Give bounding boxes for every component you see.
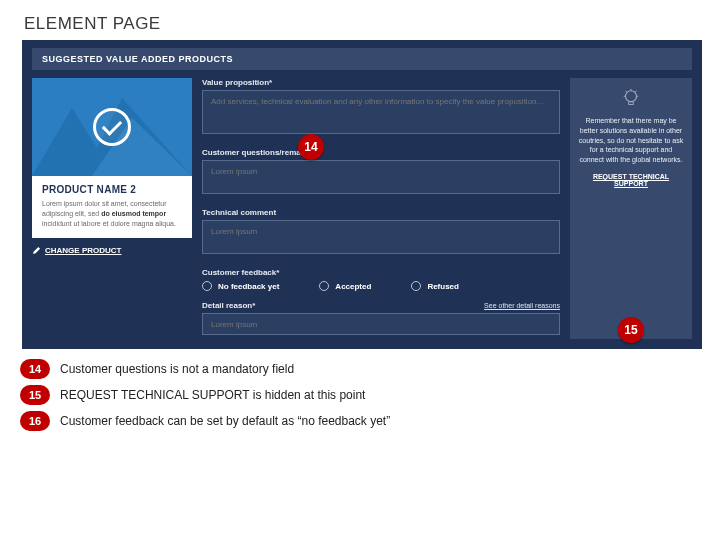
technical-comment-label: Technical comment — [202, 208, 560, 217]
radio-icon — [319, 281, 329, 291]
detail-reason-label: Detail reason* — [202, 301, 255, 310]
note-text: Customer questions is not a mandatory fi… — [60, 362, 294, 376]
customer-questions-label: Customer questions/remarks* — [202, 148, 560, 157]
app-panel: SUGGESTED VALUE ADDED PRODUCTS PRODUCT N… — [22, 40, 702, 349]
note-text: Customer feedback can be set by default … — [60, 414, 390, 428]
pencil-icon — [32, 246, 41, 255]
callout-15: 15 — [618, 317, 644, 343]
radio-icon — [411, 281, 421, 291]
note-row: 14 Customer questions is not a mandatory… — [20, 359, 720, 379]
note-row: 16 Customer feedback can be set by defau… — [20, 411, 720, 431]
lightbulb-icon — [620, 88, 642, 110]
detail-reason-input[interactable] — [202, 313, 560, 335]
customer-questions-input[interactable] — [202, 160, 560, 194]
change-product-link[interactable]: CHANGE PRODUCT — [32, 246, 192, 255]
page-title: ELEMENT PAGE — [0, 0, 720, 40]
product-name: PRODUCT NAME 2 — [42, 184, 182, 195]
product-image — [32, 78, 192, 176]
sidebar-text: Remember that there may be better soluti… — [578, 116, 684, 165]
note-badge: 15 — [20, 385, 50, 405]
section-header: SUGGESTED VALUE ADDED PRODUCTS — [32, 48, 692, 70]
feedback-option-refused[interactable]: Refused — [411, 281, 459, 291]
form-column: Value proposition* Customer questions/re… — [202, 78, 560, 339]
technical-comment-input[interactable] — [202, 220, 560, 254]
callout-14: 14 — [298, 134, 324, 160]
product-card: PRODUCT NAME 2 Lorem ipsum dolor sit ame… — [32, 78, 192, 339]
value-proposition-input[interactable] — [202, 90, 560, 134]
see-other-reasons-link[interactable]: See other detail reasons — [484, 302, 560, 309]
note-badge: 14 — [20, 359, 50, 379]
request-technical-support-link[interactable]: REQUEST TECHNICAL SUPPORT — [578, 173, 684, 187]
note-row: 15 REQUEST TECHNICAL SUPPORT is hidden a… — [20, 385, 720, 405]
value-proposition-label: Value proposition* — [202, 78, 560, 87]
feedback-radio-group: No feedback yet Accepted Refused — [202, 281, 560, 291]
sidebar-tip: Remember that there may be better soluti… — [570, 78, 692, 339]
radio-icon — [202, 281, 212, 291]
customer-feedback-label: Customer feedback* — [202, 268, 560, 277]
product-description: Lorem ipsum dolor sit amet, consectetur … — [42, 199, 182, 228]
feedback-option-none[interactable]: No feedback yet — [202, 281, 279, 291]
feedback-option-accepted[interactable]: Accepted — [319, 281, 371, 291]
note-badge: 16 — [20, 411, 50, 431]
svg-point-3 — [626, 91, 637, 102]
check-icon — [93, 108, 131, 146]
svg-rect-4 — [629, 102, 634, 105]
note-text: REQUEST TECHNICAL SUPPORT is hidden at t… — [60, 388, 365, 402]
annotation-notes: 14 Customer questions is not a mandatory… — [20, 359, 720, 431]
